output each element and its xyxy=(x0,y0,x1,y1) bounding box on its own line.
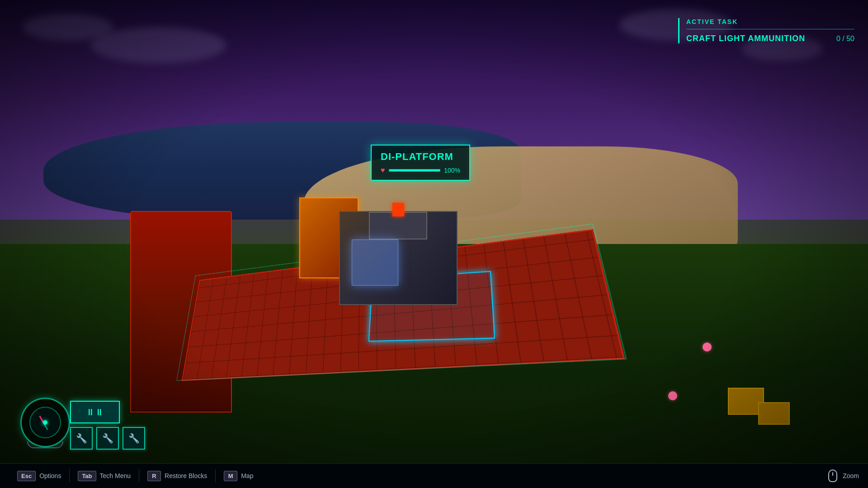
esc-key: Esc xyxy=(17,471,36,481)
mouse-icon xyxy=(828,469,837,482)
bottom-bar: Esc Options Tab Tech Menu R Restore Bloc… xyxy=(0,463,868,488)
slot-row-top: ⏸⏸ xyxy=(70,401,145,423)
machine-light xyxy=(392,203,404,217)
task-divider xyxy=(686,29,854,29)
compass-arc xyxy=(27,441,63,448)
active-task-label: ACTIVE TASK xyxy=(686,18,854,25)
flower-decoration xyxy=(668,391,677,400)
health-text: 100% xyxy=(444,167,460,174)
map-label: Map xyxy=(241,472,253,479)
restore-blocks-button[interactable]: R Restore Blocks xyxy=(139,464,215,488)
platform-name: DI-PLATFORM xyxy=(381,151,460,163)
active-task-panel: ACTIVE TASK CRAFT LIGHT AMMUNITION 0 / 5… xyxy=(678,18,854,43)
task-progress: 0 / 50 xyxy=(836,35,854,43)
task-row: CRAFT LIGHT AMMUNITION 0 / 50 xyxy=(686,34,854,43)
resource-marker xyxy=(758,402,790,425)
tool-slots: ⏸⏸ 🔧 🔧 🔧 xyxy=(70,401,145,450)
hud-right: Zoom xyxy=(828,469,859,482)
health-bar-container xyxy=(389,169,441,172)
compass-inner xyxy=(29,407,61,438)
options-label: Options xyxy=(39,472,61,479)
health-bar-fill xyxy=(389,169,440,171)
compass-center-dot xyxy=(43,420,47,425)
tool-slot-2[interactable]: 🔧 xyxy=(96,427,119,450)
compass xyxy=(20,398,70,447)
compass-ring xyxy=(20,398,70,447)
machinery xyxy=(299,184,497,319)
machine-glow xyxy=(352,239,398,286)
tech-menu-label: Tech Menu xyxy=(100,472,131,479)
zoom-label: Zoom xyxy=(843,472,859,479)
restore-blocks-label: Restore Blocks xyxy=(165,472,207,479)
task-name: CRAFT LIGHT AMMUNITION xyxy=(686,34,805,43)
machine-body xyxy=(339,211,458,305)
platform-tooltip: DI-PLATFORM ♥ 100% xyxy=(371,145,470,181)
platform-health-row: ♥ 100% xyxy=(381,166,460,174)
esc-button[interactable]: Esc Options xyxy=(9,464,69,488)
r-key: R xyxy=(147,471,161,481)
health-heart-icon: ♥ xyxy=(381,166,385,174)
tool-slot-3[interactable]: 🔧 xyxy=(123,427,145,450)
tab-key: Tab xyxy=(78,471,96,481)
map-button[interactable]: M Map xyxy=(216,464,261,488)
tool-slot-active[interactable]: ⏸⏸ xyxy=(70,401,120,423)
slot-row-bottom: 🔧 🔧 🔧 xyxy=(70,427,145,450)
tool-slot-1[interactable]: 🔧 xyxy=(70,427,93,450)
cloud xyxy=(90,27,226,63)
flower-decoration xyxy=(703,343,712,352)
platform-area xyxy=(130,171,694,439)
tab-button[interactable]: Tab Tech Menu xyxy=(70,464,139,488)
m-key: M xyxy=(224,471,237,481)
